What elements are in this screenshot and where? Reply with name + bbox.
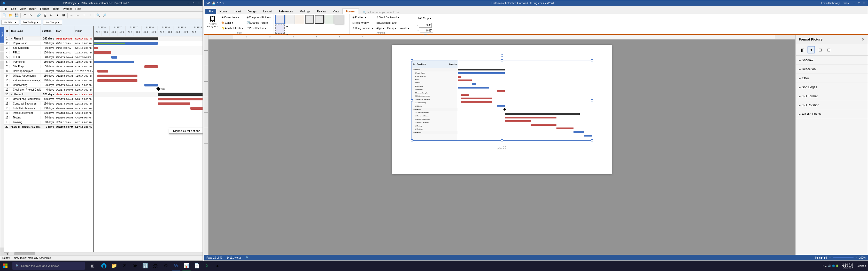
table-row[interactable]: 6 Permitting 180 days 6/12/16 8:00 AM 4/… xyxy=(4,60,93,64)
table-row[interactable]: 5 FEL 3 40 days 1/13/17 8:00 AM 3/8/17 5… xyxy=(4,55,93,60)
start-button[interactable] xyxy=(0,261,10,271)
word-minimize-btn[interactable]: ─ xyxy=(853,1,855,5)
menu-tools[interactable]: Tools xyxy=(51,7,61,11)
table-row[interactable]: 17 Install Equipment 100 days 8/24/18 8:… xyxy=(4,111,93,115)
taskbar-settings-icon[interactable]: ⚙ xyxy=(161,261,170,270)
context-menu-item[interactable]: Right click for options xyxy=(169,128,203,133)
handle-bottom-left[interactable] xyxy=(411,139,413,141)
handle-mid-left[interactable] xyxy=(411,99,413,101)
unlink-btn[interactable]: ⛓ xyxy=(42,12,48,18)
compress-pictures-btn[interactable]: ⊞ Compress Pictures xyxy=(245,15,272,20)
tab-review[interactable]: Review xyxy=(314,8,330,14)
zoom-slider[interactable] xyxy=(833,257,854,258)
glow-expand[interactable]: ▶ Glow xyxy=(796,75,868,81)
minimize-btn[interactable]: ─ xyxy=(187,1,190,5)
handle-top-left[interactable] xyxy=(411,59,413,61)
shadow-expand[interactable]: ▶ Shadow xyxy=(796,57,868,64)
position-btn[interactable]: ⊞ Position ▾ xyxy=(351,15,375,20)
table-row[interactable]: 18 Testing 60 days 1/11/19 8:00 AM 4/4/1… xyxy=(4,115,93,120)
clock-display[interactable]: 2:14 PM 6/5/2019 xyxy=(842,263,853,269)
panel-size-icon[interactable]: ⊞ xyxy=(825,46,832,54)
redo-btn[interactable]: ↷ xyxy=(28,12,34,18)
menu-view[interactable]: View xyxy=(18,7,27,11)
table-row[interactable]: 8 Develop Samples 30 days 8/12/16 5:00 A… xyxy=(4,69,93,74)
resource-btn[interactable] xyxy=(0,61,4,69)
height-input[interactable] xyxy=(419,23,432,28)
save-btn[interactable]: 💾 xyxy=(14,12,20,18)
corrections-btn[interactable]: ☀ Corrections ▾ xyxy=(220,15,245,20)
scroll-thumb[interactable] xyxy=(14,252,35,255)
panel-effects-icon[interactable]: ✦ xyxy=(808,46,815,54)
scroll-left-btn[interactable]: ◀ xyxy=(4,252,9,255)
menu-format[interactable]: Format xyxy=(38,7,51,11)
table-row[interactable]: 7 Site Prep 30 days 4/17/17 8:00 AM 6/29… xyxy=(4,64,93,69)
tell-me-box[interactable]: 🔍 Tell me what you want to do xyxy=(359,11,867,14)
group-btn[interactable]: Group ▾ xyxy=(386,26,398,31)
zoom-in-btn[interactable]: 🔍 xyxy=(95,12,101,18)
tracking-btn[interactable] xyxy=(0,53,4,60)
menu-project[interactable]: Project xyxy=(61,7,73,11)
word-restore-btn[interactable]: □ xyxy=(858,1,860,5)
handle-mid-right[interactable] xyxy=(591,99,593,101)
panel-fill-icon[interactable]: ◧ xyxy=(799,46,806,54)
handle-top-right[interactable] xyxy=(591,59,593,61)
style-5[interactable] xyxy=(315,15,324,24)
h-scrollbar[interactable]: ◀ ▶ xyxy=(4,252,203,255)
menu-file[interactable]: File xyxy=(1,7,9,11)
tab-home[interactable]: Home xyxy=(216,8,230,14)
taskbar-acrobat-icon[interactable]: 📄 xyxy=(192,261,202,270)
taskbar-word-icon[interactable]: W xyxy=(172,261,181,270)
task-view-btn[interactable]: ⊞ xyxy=(88,261,97,270)
handle-top-center[interactable] xyxy=(501,59,503,61)
table-row[interactable]: 2 Reg A Raise 260 days 7/1/16 8:00 AM 6/… xyxy=(4,41,93,46)
taskbar-project-icon[interactable]: 📊 xyxy=(182,261,191,270)
taskbar-photos-icon[interactable]: 🖼 xyxy=(151,261,160,270)
crop-btn[interactable]: ✂ Crop ▾ xyxy=(417,15,433,22)
tab-design[interactable]: Design xyxy=(244,8,260,14)
rotate-btn[interactable]: Rotate ▾ xyxy=(398,26,410,31)
taskbar-store-icon[interactable]: 🛍 xyxy=(130,261,140,270)
3d-format-expand[interactable]: ▶ 3-D Format xyxy=(796,93,868,100)
zoom-out[interactable]: ─ xyxy=(829,256,831,259)
table-row[interactable]: 9 Offtake Agreements 180 days 8/12/16 8:… xyxy=(4,74,93,78)
table-row[interactable]: 16 Install Mechanicals 150 days 1/26/18 … xyxy=(4,106,93,111)
remove-background-btn[interactable]: 🖼 RemoveBackground xyxy=(206,15,220,28)
view-filter[interactable]: No Filter ▼ xyxy=(1,20,19,25)
new-btn[interactable]: 📄 xyxy=(1,12,7,18)
width-input[interactable] xyxy=(420,28,433,33)
style-7[interactable] xyxy=(334,15,344,24)
panel-close-btn[interactable]: ✕ xyxy=(862,37,865,41)
share-btn[interactable]: Share xyxy=(843,2,850,5)
taskbar-edge-icon[interactable]: 🌐 xyxy=(99,261,108,270)
change-picture-btn[interactable]: 🔄 Change Picture xyxy=(245,20,272,25)
close-btn[interactable]: ✕ xyxy=(197,1,200,5)
artistic-effects-expand[interactable]: ▶ Artistic Effects xyxy=(796,111,868,118)
gantt-chart-btn[interactable]: Gantt xyxy=(0,27,4,43)
tab-insert[interactable]: Insert xyxy=(230,8,244,14)
style-8[interactable] xyxy=(275,25,285,34)
3d-rotation-expand[interactable]: ▶ 3-D Rotation xyxy=(796,102,868,109)
task-usage-btn[interactable] xyxy=(0,44,4,52)
scroll-track[interactable] xyxy=(9,252,203,255)
handle-bottom-right[interactable] xyxy=(591,139,593,141)
taskbar-mail-icon[interactable]: ✉ xyxy=(120,261,129,270)
selected-image[interactable]: ID Task Name Duration 1 Phase I 2 Reg A … xyxy=(411,60,592,141)
timescale-btn[interactable] xyxy=(0,247,4,255)
table-row[interactable]: 19 Training 60 days 4/5/19 8:00 AM 6/27/… xyxy=(4,120,93,125)
style-3[interactable] xyxy=(295,15,304,24)
split-btn[interactable]: ✂ xyxy=(48,12,54,18)
info-btn[interactable]: ℹ xyxy=(55,12,60,18)
table-row[interactable]: 20 Phase III - Commercial Opera... 0 day… xyxy=(4,125,93,129)
zoom-out-btn[interactable]: 🔎 xyxy=(101,12,107,18)
table-row[interactable]: 10 Risk Performance Manager 180 days 8/1… xyxy=(4,78,93,83)
table-row[interactable]: 15 Construct Structures 150 days 6/30/17… xyxy=(4,101,93,106)
view-group[interactable]: No Group ▼ xyxy=(43,20,62,25)
table-row[interactable]: 4 FEL 2 130 days 7/1/16 8:00 AM 1/12/17 … xyxy=(4,50,93,55)
menu-edit[interactable]: Edit xyxy=(9,7,18,11)
panel-layout-icon[interactable]: ⊡ xyxy=(816,46,824,54)
soft-edges-expand[interactable]: ▶ Soft Edges xyxy=(796,84,868,91)
bring-forward-btn[interactable]: ⇧ Bring Forward ▾ xyxy=(351,26,375,31)
style-6[interactable] xyxy=(324,15,334,24)
taskbar-chrome-icon[interactable]: ● xyxy=(213,261,222,270)
zoom-in[interactable]: + xyxy=(856,256,857,259)
